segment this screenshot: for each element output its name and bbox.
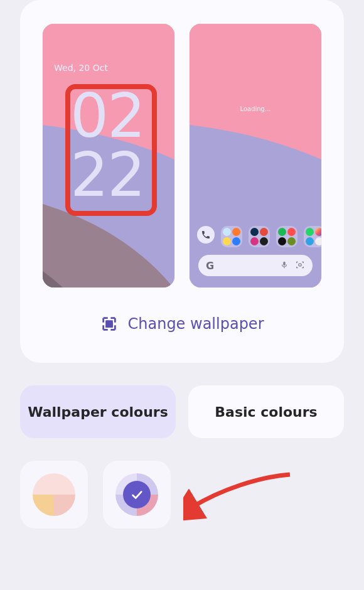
wallpaper-icon <box>100 315 118 333</box>
change-wallpaper-button[interactable]: Change wallpaper <box>35 315 329 333</box>
search-bar: G <box>198 255 313 276</box>
annotation-arrow <box>183 471 296 521</box>
tab-basic-colours[interactable]: Basic colours <box>188 385 344 438</box>
colour-swatch-violet[interactable] <box>103 461 171 528</box>
svg-point-2 <box>107 321 109 323</box>
phone-icon <box>197 226 215 244</box>
preview-row: Wed, 20 Oct 02 22 Loading... <box>35 24 329 287</box>
lockscreen-preview[interactable]: Wed, 20 Oct 02 22 <box>43 24 174 287</box>
google-g-icon: G <box>206 260 214 272</box>
change-wallpaper-label: Change wallpaper <box>128 315 264 333</box>
homescreen-dock <box>197 226 314 247</box>
palette-icon <box>33 473 75 516</box>
check-icon <box>123 481 151 508</box>
homescreen-preview[interactable]: Loading... <box>190 24 321 287</box>
app-folder <box>276 226 297 247</box>
svg-point-0 <box>299 263 301 266</box>
colour-swatch-row <box>20 461 344 528</box>
colour-swatch-peach[interactable] <box>20 461 88 528</box>
tab-basic-colours-label: Basic colours <box>215 404 317 420</box>
homescreen-loading-text: Loading... <box>190 105 321 112</box>
lens-icon <box>295 260 305 272</box>
colour-source-tabs: Wallpaper colours Basic colours <box>20 385 344 438</box>
tab-wallpaper-colours-label: Wallpaper colours <box>28 404 168 420</box>
app-folder <box>249 226 270 247</box>
app-folder <box>304 226 321 247</box>
mic-icon <box>280 260 289 271</box>
app-folder <box>221 226 242 247</box>
lockscreen-date: Wed, 20 Oct <box>54 63 108 73</box>
annotation-highlight-box <box>65 84 157 216</box>
tab-wallpaper-colours[interactable]: Wallpaper colours <box>20 385 176 438</box>
preview-card: Wed, 20 Oct 02 22 Loading... <box>20 0 344 363</box>
